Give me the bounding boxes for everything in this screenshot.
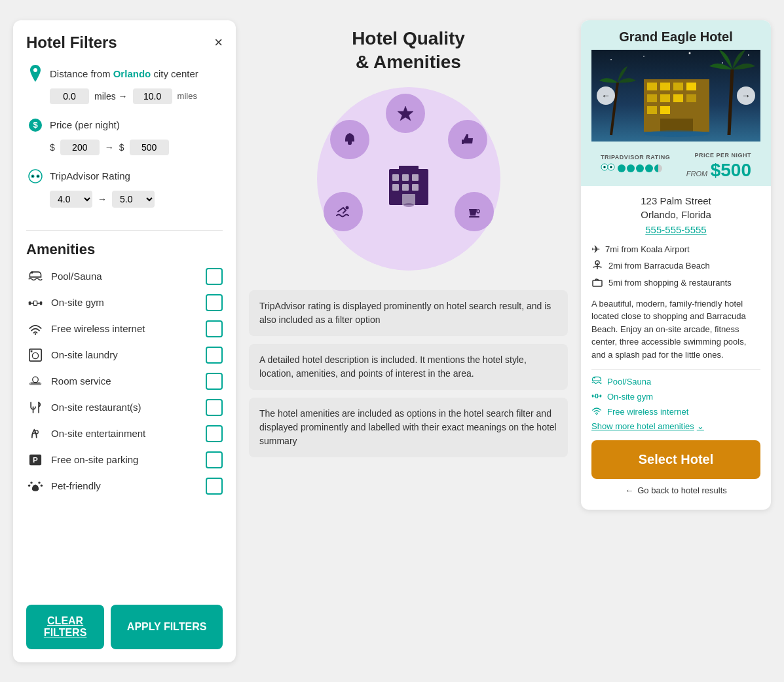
distance-max-input[interactable] (133, 88, 172, 104)
svg-point-44 (643, 56, 644, 57)
svg-point-7 (31, 271, 33, 273)
svg-point-2 (29, 170, 42, 183)
hotel-card: Grand Eagle Hotel (581, 20, 771, 510)
star-circle-icon (386, 94, 425, 133)
svg-rect-29 (402, 174, 409, 181)
info-box-1: TripAdvisor rating is displayed prominen… (249, 290, 568, 336)
card-wifi-icon (591, 406, 602, 417)
amenity-pool-checkbox[interactable] (206, 268, 223, 285)
svg-rect-73 (592, 394, 593, 397)
svg-rect-54 (660, 94, 670, 102)
price-min-input[interactable] (60, 140, 100, 155)
location-icon (26, 65, 45, 83)
swim-circle-icon (324, 192, 363, 231)
price-max-input[interactable] (130, 140, 169, 155)
amenity-gym-checkbox[interactable] (206, 294, 223, 311)
rating-max-select[interactable]: 5.04.03.0 (112, 191, 155, 208)
amenity-entertainment: On-site entertainment (26, 425, 223, 443)
pool-icon (26, 267, 45, 286)
select-hotel-button[interactable]: Select Hotel (591, 440, 760, 479)
amenity-parking-checkbox[interactable] (206, 451, 223, 468)
hotel-scene-svg (591, 50, 760, 142)
amenity-roomservice-checkbox[interactable] (206, 373, 223, 390)
amenity-wifi: Free wireless internet (26, 320, 223, 338)
amenity-petfriendly-checkbox[interactable] (206, 478, 223, 495)
go-back-link[interactable]: ← Go back to hotel results (591, 485, 760, 502)
amenities-title: Amenities (26, 241, 223, 258)
entertainment-icon (26, 425, 45, 443)
rating-circles (618, 164, 662, 172)
svg-rect-50 (660, 83, 670, 90)
info-boxes-container: TripAdvisor rating is displayed prominen… (249, 290, 568, 457)
card-amenity-wifi: Free wireless internet (591, 406, 760, 417)
restaurant-icon (26, 398, 45, 417)
amenity-restaurant-checkbox[interactable] (206, 399, 223, 416)
info-box-3: The hotel amenities are included as opti… (249, 398, 568, 457)
amenity-roomservice-label: Room service (51, 375, 111, 387)
svg-point-23 (38, 482, 40, 483)
amenity-restaurant: On-site restaurant(s) (26, 398, 223, 417)
amenity-parking-label: Free on-site parking (51, 454, 138, 465)
show-more-amenities-link[interactable]: Show more hotel amenities ⌄ (591, 421, 760, 431)
miles-label: miles (177, 91, 197, 101)
distance-min-input[interactable] (50, 88, 89, 104)
svg-point-78 (596, 414, 597, 415)
tripadvisor-filter-icon (26, 167, 45, 185)
distance-beach: 2mi from Barracuda Beach (591, 259, 760, 273)
price-label: Price (per night) (50, 119, 120, 130)
close-button[interactable]: × (214, 34, 223, 51)
amenity-gym-label: On-site gym (51, 297, 104, 308)
price-label-card: PRICE PER NIGHT (694, 152, 751, 159)
tripadvisor-logo-icon (601, 162, 615, 175)
hotel-phone-link[interactable]: 555-555-5555 (591, 224, 760, 235)
chevron-down-icon: ⌄ (697, 421, 704, 431)
price-value: $500 (711, 160, 751, 180)
svg-rect-27 (399, 166, 419, 172)
filter-title: Hotel Filters (26, 33, 117, 52)
svg-point-60 (644, 130, 709, 137)
info-box-2: A detailed hotel description is included… (249, 344, 568, 390)
card-amenity-pool: Pool/Sauna (591, 376, 760, 387)
svg-rect-52 (686, 83, 696, 90)
svg-rect-39 (462, 140, 464, 144)
svg-point-45 (689, 52, 691, 54)
clear-filters-button[interactable]: CLEAR FILTERS (26, 605, 104, 649)
svg-point-22 (30, 482, 32, 483)
parking-icon: P (26, 451, 45, 469)
amenity-laundry-label: On-site laundry (51, 349, 118, 360)
range-arrow-price: → (105, 142, 114, 153)
svg-rect-59 (660, 119, 693, 132)
image-next-button[interactable]: → (737, 86, 755, 105)
tripadvisor-rating-section: TRIPADVISOR RATING (601, 154, 670, 175)
tripadvisor-label: TRIPADVISOR RATING (601, 154, 670, 161)
svg-rect-55 (673, 94, 683, 102)
hotel-description: A beautiful, modern, family-friendly hot… (591, 297, 760, 362)
svg-rect-9 (40, 301, 42, 305)
svg-rect-41 (477, 210, 479, 213)
image-prev-button[interactable]: ← (597, 86, 615, 105)
middle-panel: Hotel Quality & Amenities (236, 20, 581, 464)
svg-point-15 (32, 352, 38, 358)
svg-point-35 (403, 203, 414, 207)
svg-marker-36 (398, 106, 413, 121)
amenity-laundry-checkbox[interactable] (206, 347, 223, 364)
petfriendly-icon (26, 477, 45, 495)
wifi-icon (26, 320, 45, 338)
svg-point-38 (348, 142, 352, 145)
svg-rect-56 (686, 94, 696, 102)
apply-filters-button[interactable]: APPLY FILTERS (111, 605, 223, 649)
amenity-petfriendly-label: Pet-friendly (51, 480, 101, 491)
svg-rect-53 (647, 94, 657, 102)
svg-point-68 (610, 166, 612, 168)
bell-circle-icon (330, 120, 369, 159)
price-section-card: PRICE PER NIGHT FROM $500 (686, 148, 751, 181)
tripadvisor-section: TripAdvisor Rating 4.03.05.0 → 5.04.03.0 (26, 167, 223, 208)
price-icon: $ (26, 116, 45, 134)
svg-text:$: $ (33, 120, 38, 130)
amenity-wifi-checkbox[interactable] (206, 320, 223, 337)
amenity-entertainment-checkbox[interactable] (206, 425, 223, 442)
svg-rect-8 (29, 301, 31, 305)
rating-min-select[interactable]: 4.03.05.0 (50, 191, 92, 208)
amenity-restaurant-label: On-site restaurant(s) (51, 402, 141, 413)
amenity-gym: On-site gym (26, 294, 223, 312)
